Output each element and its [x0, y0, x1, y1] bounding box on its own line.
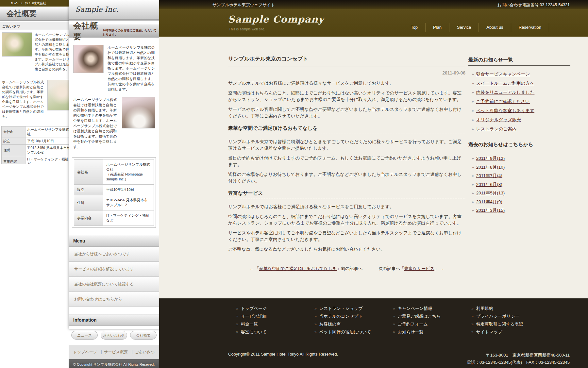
menu-item-contact[interactable]: お問い合わせはこちらから — [69, 292, 159, 307]
footer-link-terms[interactable]: 利用規約 — [476, 306, 493, 311]
left-greeting-label: ごあいさつ — [0, 23, 69, 30]
double-arrow-icon: » — [472, 90, 474, 95]
news-link-suite[interactable]: スイートルームご利用の方へ — [476, 81, 534, 86]
news-link-restaurant[interactable]: レストランのご案内 — [476, 126, 517, 131]
arrow-right-icon: → — [440, 266, 444, 271]
left-site-panel: ﾎｰﾑﾍﾟｰｼﾞ ｻﾝﾌﾟﾙ株式会社 会社概要 ごあいさつ ホームページサンプル… — [0, 0, 69, 164]
double-arrow-icon: » — [472, 118, 474, 122]
news-link-renewal[interactable]: 内装をリニューアルしました — [476, 90, 535, 95]
nav-item-top[interactable]: Top — [403, 23, 425, 32]
double-arrow-icon: » — [472, 208, 474, 213]
company-button[interactable]: 会社概要 — [130, 331, 157, 340]
hotel-site-name: サンプルホテル東京ウェブサイト — [212, 2, 275, 8]
table-row: 住所 〒012-3456 見本県見本市サンプル1−2 — [74, 195, 154, 210]
nav-item-plan[interactable]: Plan — [425, 23, 449, 32]
news-link-before-booking[interactable]: ご予約前にご確認ください — [476, 99, 530, 104]
row-value: 〒012-3456 見本県見本市サンプル1−2 — [25, 145, 69, 156]
middle-site-panel: Sample Inc. 会社概要 20年間多くのお客様にご愛顧いただいております… — [69, 0, 159, 329]
footer-link-pet-stay[interactable]: ペット同伴の宿泊について — [319, 329, 371, 334]
table-row: 事業内容 IT・マーケティング・福祉など — [2, 156, 69, 164]
list-item: »2011年7月(4) — [472, 172, 570, 180]
archive-link-2011-05[interactable]: 2011年5月(13) — [476, 191, 505, 195]
list-item: »ペット可能な客室もあります — [472, 106, 570, 115]
news-link-goods[interactable]: オリジナルグッズ販売 — [476, 117, 521, 122]
menu-item-greeting[interactable]: 当社から皆様へごあいさつです — [69, 247, 159, 262]
photo-woman-cherry-blossom — [122, 97, 155, 128]
footer-link-sitemap[interactable]: サイトマップ — [476, 329, 502, 334]
list-item: »2011年9月(12) — [472, 154, 570, 163]
menu-item-company[interactable]: 当社の会社概要について確認する — [69, 277, 159, 292]
double-arrow-icon: » — [236, 330, 238, 334]
footer-column-1: »トップページ »サービス詳細 »料金一覧 »客室について — [236, 305, 311, 336]
article-paragraph: 空間の演出はもちろんのこと、細部にまでこだわり他にはない高いクオリティでのサービ… — [228, 90, 465, 103]
footer-link-price-list[interactable]: 料金一覧 — [241, 322, 258, 326]
row-value: ホームページサンプル株式会社 — [25, 126, 69, 138]
contact-button[interactable]: お問い合わせ — [101, 331, 127, 340]
footer-column-2: »レストラン・ショップ »当ホテルのコンセプト »お客様の声 »ペット同伴の宿泊… — [314, 305, 390, 336]
double-arrow-icon: » — [472, 200, 474, 204]
list-item: »レストランのご案内 — [472, 125, 570, 134]
double-arrow-icon: » — [472, 165, 474, 170]
middle-button-row: ニュース お問い合わせ 会社概要 — [69, 326, 159, 345]
news-button[interactable]: ニュース — [71, 331, 98, 340]
photo-woman-field — [2, 32, 32, 57]
footer-link-top-page[interactable]: トップページ — [241, 306, 267, 311]
double-arrow-icon: » — [471, 306, 474, 311]
hotel-logo[interactable]: Sample Company — [228, 14, 324, 25]
double-arrow-icon: » — [393, 314, 395, 319]
hotel-tagline: This is sample web site. — [229, 27, 265, 31]
footer-link-restaurant-shop[interactable]: レストラン・ショップ — [319, 306, 363, 311]
double-arrow-icon: » — [472, 72, 474, 76]
archive-link-2011-06[interactable]: 2011年6月(8) — [476, 182, 502, 187]
footer-link-service-detail[interactable]: サービス詳細 — [241, 314, 267, 319]
next-bracket: 」 — [434, 266, 439, 271]
row-label: 住所 — [74, 195, 103, 210]
footer-link-feedback[interactable]: ご意見ご感想はこちら — [398, 314, 441, 319]
footer-link-greeting[interactable]: ごあいさつ — [130, 350, 155, 354]
archive-link-2011-03[interactable]: 2011年3月(15) — [476, 208, 505, 213]
middle-company-table-frame: 会社名 ホームページサンプル株式会社 （英語表記 Homepage sample… — [72, 157, 156, 228]
nav-item-service[interactable]: Service — [449, 23, 479, 32]
menu-item-service[interactable]: サービスの詳細を解説しています — [69, 262, 159, 277]
footer-link-privacy[interactable]: プライバシーポリシー — [476, 314, 519, 319]
article-paragraph: 空間の演出はもちろんのこと、細部にまでこだわり他にはない高いクオリティでのサービ… — [228, 213, 465, 226]
archive-link-2011-07[interactable]: 2011年7月(4) — [476, 173, 502, 178]
table-row: 設立 平成10年1月10日 — [2, 138, 69, 145]
hotel-copyright: Copyright© 2011 Sample Hotel Tokyo All R… — [228, 352, 338, 357]
nav-item-reservation[interactable]: Reservation — [511, 23, 549, 32]
article-pagination: ← 「豪華な空間でご満足頂けるおもてなしを」前の記事へ 次の記事へ「豊富なサービ… — [228, 266, 465, 272]
footer-link-reservation-form[interactable]: ご予約フォーム — [398, 322, 428, 326]
nav-item-about[interactable]: About us — [479, 23, 511, 32]
news-link-pets[interactable]: ペット可能な客室もあります — [476, 108, 534, 113]
row-value: 〒012-3456 見本県見本市サンプル1−2 — [103, 195, 154, 210]
table-row: 住所 〒012-3456 見本県見本市サンプル1−2 — [2, 145, 69, 156]
footer-link-voices[interactable]: お客様の声 — [319, 322, 341, 326]
table-row: 事業内容 IT・マーケティング・福祉など — [74, 210, 154, 226]
archive-link-2011-09[interactable]: 2011年9月(12) — [476, 156, 505, 161]
list-item: »朝食サービスキャンペーン — [472, 70, 570, 79]
middle-page-title: 会社概要 — [73, 20, 100, 42]
footer-link-commerce-law[interactable]: 特定商取引に関する表記 — [476, 322, 523, 326]
archive-link-2011-04[interactable]: 2011年4月(9) — [476, 199, 502, 204]
footer-link-concept[interactable]: 当ホテルのコンセプト — [319, 314, 363, 319]
footer-link-campaign[interactable]: キャンペーン情報 — [398, 306, 432, 311]
article-paragraph: ご不明な点、気になる点などございましたらお気軽にお問い合わせください。 — [228, 246, 465, 253]
footer-link-rooms[interactable]: 客室について — [241, 329, 267, 334]
double-arrow-icon: » — [472, 191, 474, 195]
archive-link-2011-08[interactable]: 2011年8月(10) — [476, 165, 505, 170]
footer-link-service[interactable]: サービス概要 — [99, 350, 128, 354]
hotel-address: 〒163-8001 東京都新宿区西新宿48-500-11 — [467, 352, 570, 359]
left-site-topbar: ﾎｰﾑﾍﾟｰｼﾞ ｻﾝﾌﾟﾙ株式会社 — [0, 0, 69, 7]
hotel-main-nav: Top Plan Service About us Reservation — [403, 23, 549, 32]
double-arrow-icon: » — [393, 306, 395, 311]
news-link-breakfast[interactable]: 朝食サービスキャンペーン — [476, 72, 530, 76]
row-value: IT・マーケティング・福祉など — [25, 156, 69, 164]
next-article-link[interactable]: 豊富なサービス — [404, 266, 434, 271]
footer-link-news-list[interactable]: お知らせ一覧 — [398, 329, 424, 334]
row-label: 事業内容 — [74, 210, 103, 226]
section-heading-luxury: 豪華な空間でご満足頂けるおもてなしを — [228, 125, 465, 134]
footer-link-top[interactable]: トップページ — [73, 350, 97, 354]
prev-label: 」前の記事へ — [337, 266, 362, 271]
prev-article-link[interactable]: 豪華な空間でご満足頂けるおもてなしを — [259, 266, 337, 271]
middle-menu-header: Menu — [69, 235, 159, 247]
